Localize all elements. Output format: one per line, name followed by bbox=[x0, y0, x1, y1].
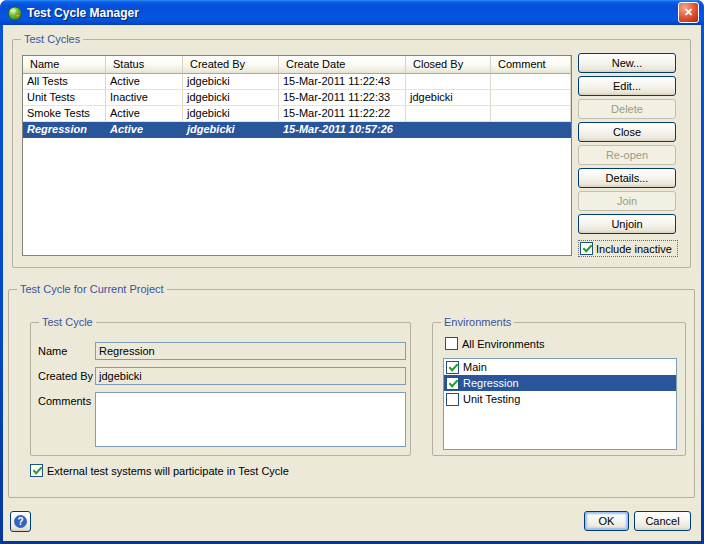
comments-textarea[interactable] bbox=[95, 392, 406, 447]
window-title: Test Cycle Manager bbox=[27, 6, 678, 20]
dialog-window: Test Cycle Manager ✕ Test Cycles NameSta… bbox=[0, 0, 704, 544]
re-open-button[interactable]: Re-open bbox=[578, 145, 676, 165]
table-cell: 15-Mar-2011 10:57:26 bbox=[279, 122, 406, 138]
table-cell bbox=[491, 106, 571, 122]
close-button[interactable]: Close bbox=[578, 122, 676, 142]
delete-button[interactable]: Delete bbox=[578, 99, 676, 119]
join-button[interactable]: Join bbox=[578, 191, 676, 211]
include-inactive-checkbox-box[interactable] bbox=[580, 242, 593, 255]
environment-item-unit-testing[interactable]: Unit Testing bbox=[444, 391, 676, 407]
table-cell: jdgebicki bbox=[183, 90, 279, 106]
new-button[interactable]: New... bbox=[578, 53, 676, 73]
table-cell: 15-Mar-2011 11:22:33 bbox=[279, 90, 406, 106]
include-inactive-label: Include inactive bbox=[596, 243, 672, 255]
all-environments-label: All Environments bbox=[462, 338, 545, 350]
table-cell bbox=[406, 106, 491, 122]
column-header-name[interactable]: Name bbox=[23, 56, 106, 74]
column-header-comment[interactable]: Comment bbox=[491, 56, 571, 74]
table-row[interactable]: All TestsActivejdgebicki15-Mar-2011 11:2… bbox=[23, 74, 571, 90]
test-cycle-subgroup-label: Test Cycle bbox=[39, 315, 96, 329]
close-button[interactable]: ✕ bbox=[678, 2, 699, 23]
environment-label: Unit Testing bbox=[463, 393, 520, 405]
table-row[interactable]: Smoke TestsActivejdgebicki15-Mar-2011 11… bbox=[23, 106, 571, 122]
table-cell: jdgebicki bbox=[183, 106, 279, 122]
environment-checkbox[interactable] bbox=[446, 377, 459, 390]
environment-checkbox[interactable] bbox=[446, 393, 459, 406]
unjoin-button[interactable]: Unjoin bbox=[578, 214, 676, 234]
table-cell: Smoke Tests bbox=[23, 106, 106, 122]
column-header-status[interactable]: Status bbox=[106, 56, 183, 74]
environments-list[interactable]: MainRegressionUnit Testing bbox=[443, 358, 677, 450]
table-row[interactable]: Unit TestsInactivejdgebicki15-Mar-2011 1… bbox=[23, 90, 571, 106]
app-icon bbox=[7, 5, 23, 21]
environment-item-main[interactable]: Main bbox=[444, 359, 676, 375]
external-systems-label: External test systems will participate i… bbox=[47, 465, 289, 477]
cancel-button[interactable]: Cancel bbox=[634, 511, 691, 531]
name-field[interactable] bbox=[95, 342, 406, 360]
include-inactive-checkbox[interactable]: Include inactive bbox=[578, 240, 678, 257]
table-cell: jdgebicki bbox=[406, 90, 491, 106]
table-cell: Active bbox=[106, 106, 183, 122]
test-cycles-table-header: NameStatusCreated ByCreate DateClosed By… bbox=[23, 56, 571, 74]
all-environments-checkbox[interactable]: All Environments bbox=[445, 337, 545, 350]
table-cell: Active bbox=[106, 122, 183, 138]
table-cell bbox=[406, 74, 491, 90]
table-cell: jdgebicki bbox=[183, 122, 279, 138]
title-bar[interactable]: Test Cycle Manager ✕ bbox=[0, 0, 704, 25]
environment-label: Regression bbox=[463, 377, 519, 389]
table-cell bbox=[491, 74, 571, 90]
name-label: Name bbox=[38, 345, 67, 357]
close-icon: ✕ bbox=[684, 6, 693, 18]
help-button[interactable]: ? bbox=[10, 511, 31, 532]
table-cell: Regression bbox=[23, 122, 106, 138]
column-header-create-date[interactable]: Create Date bbox=[279, 56, 406, 74]
created-by-field[interactable] bbox=[95, 367, 406, 385]
table-cell: Unit Tests bbox=[23, 90, 106, 106]
table-cell: Inactive bbox=[106, 90, 183, 106]
table-cell bbox=[406, 122, 491, 138]
current-project-group-label: Test Cycle for Current Project bbox=[17, 282, 167, 296]
comments-label: Comments bbox=[38, 395, 91, 407]
test-cycles-group-label: Test Cycles bbox=[21, 32, 83, 46]
column-header-closed-by[interactable]: Closed By bbox=[406, 56, 491, 74]
table-cell bbox=[491, 90, 571, 106]
table-cell: 15-Mar-2011 11:22:43 bbox=[279, 74, 406, 90]
details-button[interactable]: Details... bbox=[578, 168, 676, 188]
help-icon: ? bbox=[14, 515, 27, 528]
edit-button[interactable]: Edit... bbox=[578, 76, 676, 96]
ok-button[interactable]: OK bbox=[584, 511, 629, 531]
table-row[interactable]: RegressionActivejdgebicki15-Mar-2011 10:… bbox=[23, 122, 571, 138]
created-by-label: Created By bbox=[38, 370, 93, 382]
environment-checkbox[interactable] bbox=[446, 361, 459, 374]
test-cycles-table: NameStatusCreated ByCreate DateClosed By… bbox=[22, 55, 572, 256]
environments-subgroup-label: Environments bbox=[441, 315, 514, 329]
test-cycles-table-body: All TestsActivejdgebicki15-Mar-2011 11:2… bbox=[23, 74, 571, 138]
table-cell: 15-Mar-2011 11:22:22 bbox=[279, 106, 406, 122]
action-buttons: New...Edit...DeleteCloseRe-openDetails..… bbox=[578, 53, 676, 257]
table-cell: Active bbox=[106, 74, 183, 90]
all-environments-checkbox-box[interactable] bbox=[445, 337, 458, 350]
column-header-created-by[interactable]: Created By bbox=[183, 56, 279, 74]
dialog-content: Test Cycles NameStatusCreated ByCreate D… bbox=[3, 25, 701, 541]
external-systems-checkbox[interactable]: External test systems will participate i… bbox=[30, 464, 289, 477]
table-cell: jdgebicki bbox=[183, 74, 279, 90]
table-cell: All Tests bbox=[23, 74, 106, 90]
environment-item-regression[interactable]: Regression bbox=[444, 375, 676, 391]
environment-label: Main bbox=[463, 361, 487, 373]
external-systems-checkbox-box[interactable] bbox=[30, 464, 43, 477]
table-cell bbox=[491, 122, 571, 138]
